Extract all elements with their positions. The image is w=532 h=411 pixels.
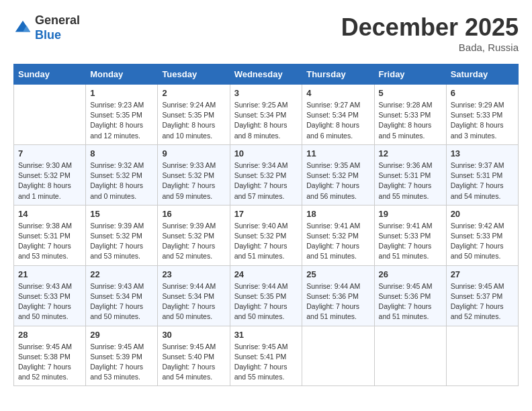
- day-number: 10: [234, 148, 298, 158]
- day-number: 17: [234, 209, 298, 219]
- day-info: Sunrise: 9:37 AM Sunset: 5:31 PM Dayligh…: [451, 161, 514, 201]
- day-info: Sunrise: 9:38 AM Sunset: 5:31 PM Dayligh…: [18, 221, 81, 262]
- calendar-header: SundayMondayTuesdayWednesdayThursdayFrid…: [14, 64, 519, 85]
- calendar-cell: 21Sunrise: 9:43 AM Sunset: 5:33 PM Dayli…: [14, 265, 86, 326]
- day-number: 12: [379, 148, 442, 158]
- title-block: December 2025 Bada, Russia: [341, 13, 519, 53]
- day-info: Sunrise: 9:36 AM Sunset: 5:31 PM Dayligh…: [379, 161, 442, 201]
- day-number: 2: [162, 88, 225, 98]
- calendar-cell: 16Sunrise: 9:39 AM Sunset: 5:32 PM Dayli…: [158, 205, 230, 265]
- day-info: Sunrise: 9:44 AM Sunset: 5:34 PM Dayligh…: [162, 281, 225, 322]
- calendar-cell: 27Sunrise: 9:45 AM Sunset: 5:37 PM Dayli…: [446, 265, 518, 326]
- day-info: Sunrise: 9:44 AM Sunset: 5:36 PM Dayligh…: [306, 281, 369, 322]
- day-info: Sunrise: 9:27 AM Sunset: 5:34 PM Dayligh…: [306, 100, 369, 141]
- day-info: Sunrise: 9:45 AM Sunset: 5:37 PM Dayligh…: [451, 281, 514, 322]
- day-info: Sunrise: 9:28 AM Sunset: 5:33 PM Dayligh…: [379, 100, 442, 141]
- day-info: Sunrise: 9:43 AM Sunset: 5:34 PM Dayligh…: [90, 281, 153, 322]
- day-info: Sunrise: 9:45 AM Sunset: 5:36 PM Dayligh…: [379, 281, 442, 322]
- weekday-tuesday: Tuesday: [158, 64, 230, 85]
- day-number: 3: [234, 88, 298, 98]
- calendar-week-row: 7Sunrise: 9:30 AM Sunset: 5:32 PM Daylig…: [14, 144, 519, 205]
- calendar-cell: 25Sunrise: 9:44 AM Sunset: 5:36 PM Dayli…: [302, 265, 374, 326]
- calendar-cell: 17Sunrise: 9:40 AM Sunset: 5:32 PM Dayli…: [230, 205, 302, 265]
- day-info: Sunrise: 9:45 AM Sunset: 5:41 PM Dayligh…: [234, 342, 298, 383]
- day-info: Sunrise: 9:40 AM Sunset: 5:32 PM Dayligh…: [234, 221, 298, 262]
- day-info: Sunrise: 9:34 AM Sunset: 5:32 PM Dayligh…: [234, 161, 298, 201]
- day-number: 7: [18, 148, 81, 158]
- day-number: 9: [162, 148, 225, 158]
- day-info: Sunrise: 9:45 AM Sunset: 5:38 PM Dayligh…: [18, 342, 81, 383]
- calendar-cell: 4Sunrise: 9:27 AM Sunset: 5:34 PM Daylig…: [302, 85, 374, 145]
- calendar-cell: 6Sunrise: 9:29 AM Sunset: 5:33 PM Daylig…: [446, 85, 518, 145]
- calendar-cell: 24Sunrise: 9:44 AM Sunset: 5:35 PM Dayli…: [230, 265, 302, 326]
- calendar-cell: 15Sunrise: 9:39 AM Sunset: 5:32 PM Dayli…: [86, 205, 158, 265]
- calendar-cell: 20Sunrise: 9:42 AM Sunset: 5:33 PM Dayli…: [446, 205, 518, 265]
- day-number: 13: [451, 148, 514, 158]
- day-number: 20: [451, 209, 514, 219]
- day-number: 23: [162, 269, 225, 279]
- day-number: 18: [306, 209, 369, 219]
- calendar-cell: 28Sunrise: 9:45 AM Sunset: 5:38 PM Dayli…: [14, 326, 86, 386]
- calendar-table: SundayMondayTuesdayWednesdayThursdayFrid…: [13, 64, 519, 386]
- calendar-cell: 3Sunrise: 9:25 AM Sunset: 5:34 PM Daylig…: [230, 85, 302, 145]
- day-number: 30: [162, 330, 225, 340]
- calendar-cell: 2Sunrise: 9:24 AM Sunset: 5:35 PM Daylig…: [158, 85, 230, 145]
- calendar-cell: 29Sunrise: 9:45 AM Sunset: 5:39 PM Dayli…: [86, 326, 158, 386]
- calendar-week-row: 1Sunrise: 9:23 AM Sunset: 5:35 PM Daylig…: [14, 85, 519, 145]
- day-info: Sunrise: 9:23 AM Sunset: 5:35 PM Dayligh…: [90, 100, 153, 141]
- day-info: Sunrise: 9:29 AM Sunset: 5:33 PM Dayligh…: [451, 100, 514, 141]
- calendar-cell: 10Sunrise: 9:34 AM Sunset: 5:32 PM Dayli…: [230, 144, 302, 205]
- logo-icon: [13, 19, 32, 38]
- day-number: 5: [379, 88, 442, 98]
- day-info: Sunrise: 9:44 AM Sunset: 5:35 PM Dayligh…: [234, 281, 298, 322]
- calendar-cell: [374, 326, 446, 386]
- logo-text: General Blue: [35, 13, 80, 42]
- month-title: December 2025: [341, 13, 519, 42]
- calendar-body: 1Sunrise: 9:23 AM Sunset: 5:35 PM Daylig…: [14, 85, 519, 386]
- calendar-cell: 5Sunrise: 9:28 AM Sunset: 5:33 PM Daylig…: [374, 85, 446, 145]
- calendar-cell: 31Sunrise: 9:45 AM Sunset: 5:41 PM Dayli…: [230, 326, 302, 386]
- day-info: Sunrise: 9:45 AM Sunset: 5:40 PM Dayligh…: [162, 342, 225, 383]
- day-number: 6: [451, 88, 514, 98]
- day-info: Sunrise: 9:24 AM Sunset: 5:35 PM Dayligh…: [162, 100, 225, 141]
- calendar-cell: 22Sunrise: 9:43 AM Sunset: 5:34 PM Dayli…: [86, 265, 158, 326]
- day-number: 27: [451, 269, 514, 279]
- calendar-week-row: 21Sunrise: 9:43 AM Sunset: 5:33 PM Dayli…: [14, 265, 519, 326]
- day-number: 19: [379, 209, 442, 219]
- day-number: 16: [162, 209, 225, 219]
- day-number: 1: [90, 88, 153, 98]
- day-info: Sunrise: 9:43 AM Sunset: 5:33 PM Dayligh…: [18, 281, 81, 322]
- day-info: Sunrise: 9:33 AM Sunset: 5:32 PM Dayligh…: [162, 161, 225, 201]
- day-number: 31: [234, 330, 298, 340]
- calendar-cell: 18Sunrise: 9:41 AM Sunset: 5:32 PM Dayli…: [302, 205, 374, 265]
- day-info: Sunrise: 9:39 AM Sunset: 5:32 PM Dayligh…: [162, 221, 225, 262]
- calendar-cell: 23Sunrise: 9:44 AM Sunset: 5:34 PM Dayli…: [158, 265, 230, 326]
- calendar-cell: 30Sunrise: 9:45 AM Sunset: 5:40 PM Dayli…: [158, 326, 230, 386]
- day-info: Sunrise: 9:30 AM Sunset: 5:32 PM Dayligh…: [18, 161, 81, 201]
- day-number: 8: [90, 148, 153, 158]
- day-info: Sunrise: 9:41 AM Sunset: 5:33 PM Dayligh…: [379, 221, 442, 262]
- day-number: 15: [90, 209, 153, 219]
- day-number: 25: [306, 269, 369, 279]
- day-info: Sunrise: 9:32 AM Sunset: 5:32 PM Dayligh…: [90, 161, 153, 201]
- day-number: 4: [306, 88, 369, 98]
- calendar-cell: 9Sunrise: 9:33 AM Sunset: 5:32 PM Daylig…: [158, 144, 230, 205]
- calendar-cell: [302, 326, 374, 386]
- day-info: Sunrise: 9:45 AM Sunset: 5:39 PM Dayligh…: [90, 342, 153, 383]
- day-number: 11: [306, 148, 369, 158]
- weekday-header-row: SundayMondayTuesdayWednesdayThursdayFrid…: [14, 64, 519, 85]
- day-info: Sunrise: 9:42 AM Sunset: 5:33 PM Dayligh…: [451, 221, 514, 262]
- day-number: 24: [234, 269, 298, 279]
- calendar-cell: 1Sunrise: 9:23 AM Sunset: 5:35 PM Daylig…: [86, 85, 158, 145]
- calendar-week-row: 14Sunrise: 9:38 AM Sunset: 5:31 PM Dayli…: [14, 205, 519, 265]
- weekday-friday: Friday: [374, 64, 446, 85]
- day-number: 14: [18, 209, 81, 219]
- calendar-cell: 19Sunrise: 9:41 AM Sunset: 5:33 PM Dayli…: [374, 205, 446, 265]
- location: Bada, Russia: [341, 42, 519, 53]
- page-header: General Blue December 2025 Bada, Russia: [13, 13, 519, 53]
- day-info: Sunrise: 9:39 AM Sunset: 5:32 PM Dayligh…: [90, 221, 153, 262]
- weekday-wednesday: Wednesday: [230, 64, 302, 85]
- day-info: Sunrise: 9:25 AM Sunset: 5:34 PM Dayligh…: [234, 100, 298, 141]
- weekday-saturday: Saturday: [446, 64, 518, 85]
- day-info: Sunrise: 9:41 AM Sunset: 5:32 PM Dayligh…: [306, 221, 369, 262]
